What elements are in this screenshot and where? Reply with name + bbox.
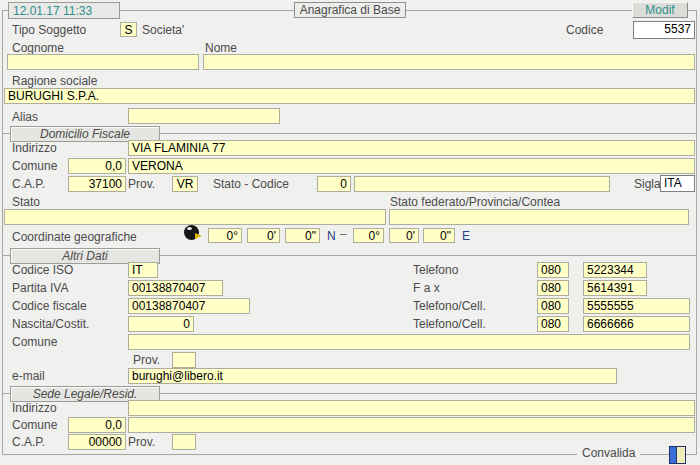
lat-sec-field[interactable]: 0" xyxy=(285,228,320,243)
sede-comune-field[interactable] xyxy=(128,417,695,433)
sigla-label: Sigla xyxy=(634,178,661,191)
comune-label: Comune xyxy=(12,160,57,173)
codice-iso-label: Codice ISO xyxy=(12,264,73,277)
fax-number-field[interactable]: 5614391 xyxy=(583,280,647,296)
sede-prov-label: Prov. xyxy=(128,436,155,449)
tipo-soggetto-field[interactable]: S xyxy=(120,22,137,37)
nascita-label: Nascita/Costit. xyxy=(12,318,89,331)
cell1-label: Telefono/Cell. xyxy=(413,300,486,313)
comune-altri-field[interactable] xyxy=(128,334,690,350)
cell2-number-field[interactable]: 6666666 xyxy=(583,316,690,332)
lon-direction-label: E xyxy=(462,230,470,243)
lon-sec-field[interactable]: 0" xyxy=(423,228,455,243)
stato-codice-label: Stato - Codice xyxy=(213,178,289,191)
stato-federato-label: Stato federato/Provincia/Contea xyxy=(390,196,560,209)
fax-label: F a x xyxy=(413,282,440,295)
comune-code-field[interactable]: 0,0 xyxy=(68,158,126,174)
alias-field[interactable] xyxy=(128,108,280,124)
sede-comune-code-field[interactable]: 0,0 xyxy=(68,417,126,433)
lon-min-field[interactable]: 0' xyxy=(389,228,419,243)
sede-indirizzo-field[interactable] xyxy=(128,400,695,416)
codice-fiscale-field[interactable]: 00138870407 xyxy=(128,298,250,314)
nascita-field[interactable]: 0 xyxy=(128,316,194,332)
fax-prefix-field[interactable]: 080 xyxy=(537,280,569,296)
telefono-number-field[interactable]: 5223344 xyxy=(583,262,647,278)
lat-min-field[interactable]: 0' xyxy=(247,228,280,243)
codice-iso-field[interactable]: IT xyxy=(128,262,158,278)
indirizzo-label: Indirizzo xyxy=(12,142,57,155)
cell1-prefix-field[interactable]: 080 xyxy=(537,298,569,314)
email-field[interactable]: burughi@libero.it xyxy=(128,368,617,384)
cell1-number-field[interactable]: 5555555 xyxy=(583,298,690,314)
sede-cap-field[interactable]: 00000 xyxy=(68,434,126,450)
prov-altri-field[interactable] xyxy=(172,352,196,368)
prov-altri-label: Prov. xyxy=(133,354,160,367)
stato-nome-field[interactable] xyxy=(354,176,610,192)
coordinate-label: Coordinate geografiche xyxy=(12,231,137,244)
partita-iva-label: Partita IVA xyxy=(12,282,68,295)
tipo-soggetto-desc: Societa' xyxy=(142,24,184,37)
comune-field[interactable]: VERONA xyxy=(128,158,695,174)
lat-deg-field[interactable]: 0° xyxy=(208,228,242,243)
email-label: e-mail xyxy=(12,370,45,383)
stato-federato-field[interactable] xyxy=(389,209,689,225)
sede-comune-label: Comune xyxy=(12,419,57,432)
sede-cap-label: C.A.P. xyxy=(12,436,45,449)
cap-label: C.A.P. xyxy=(12,178,45,191)
cap-field[interactable]: 37100 xyxy=(68,176,126,192)
globe-icon[interactable] xyxy=(184,225,199,240)
prov-label: Prov. xyxy=(128,178,155,191)
lon-deg-field[interactable]: 0° xyxy=(353,228,384,243)
coord-separator: – xyxy=(340,228,347,241)
ragione-sociale-label: Ragione sociale xyxy=(12,75,97,88)
stato-label: Stato xyxy=(12,196,40,209)
tipo-soggetto-label: Tipo Soggetto xyxy=(12,24,86,37)
page-title: Anagrafica di Base xyxy=(294,2,406,18)
codice-field[interactable]: 5537 xyxy=(633,21,695,39)
prov-field[interactable]: VR xyxy=(172,176,198,192)
modif-button[interactable]: Modif xyxy=(632,2,688,18)
convalida-label: Convalida xyxy=(577,447,640,460)
comune-altri-label: Comune xyxy=(12,336,57,349)
alias-label: Alias xyxy=(12,111,38,124)
stato-codice-field[interactable]: 0 xyxy=(317,176,351,192)
partita-iva-field[interactable]: 00138870407 xyxy=(128,280,223,296)
cell2-label: Telefono/Cell. xyxy=(413,318,486,331)
stato-field[interactable] xyxy=(4,209,386,225)
codice-fiscale-label: Codice fiscale xyxy=(12,300,87,313)
codice-label: Codice xyxy=(566,24,603,37)
sede-indirizzo-label: Indirizzo xyxy=(12,402,57,415)
sede-prov-field[interactable] xyxy=(172,434,196,450)
ragione-sociale-field[interactable]: BURUGHI S.P.A. xyxy=(4,88,695,104)
lat-direction-label: N xyxy=(327,230,336,243)
datetime-display: 12.01.17 11:33 xyxy=(8,2,120,19)
nome-field[interactable] xyxy=(203,54,695,70)
anagrafica-window: 12.01.17 11:33 Anagrafica di Base Modif … xyxy=(0,0,700,465)
convalida-icon[interactable] xyxy=(669,446,686,464)
cognome-field[interactable] xyxy=(7,54,199,70)
telefono-prefix-field[interactable]: 080 xyxy=(537,262,569,278)
sigla-field[interactable]: ITA xyxy=(660,175,695,192)
cell2-prefix-field[interactable]: 080 xyxy=(537,316,569,332)
telefono-label: Telefono xyxy=(413,264,458,277)
indirizzo-field[interactable]: VIA FLAMINIA 77 xyxy=(128,140,695,156)
